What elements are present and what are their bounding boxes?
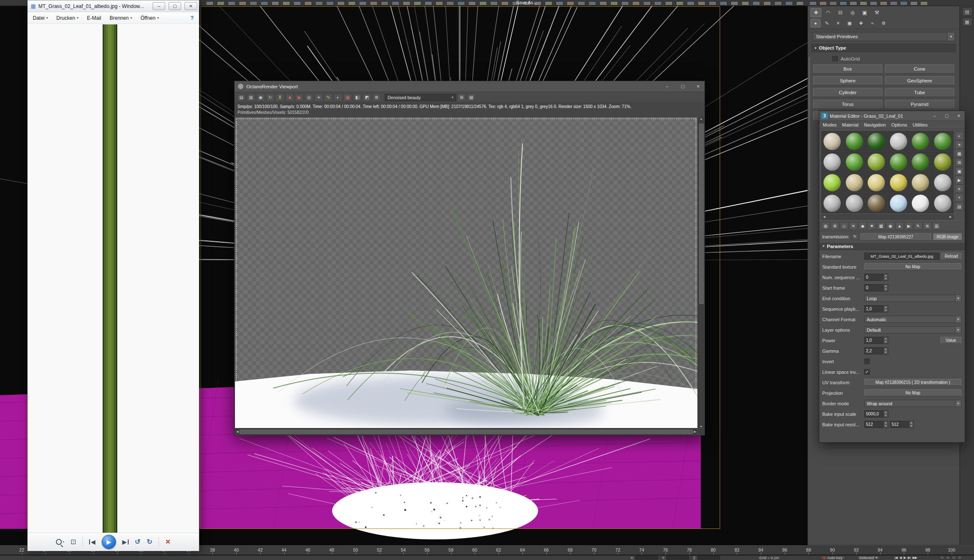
- frame-tick[interactable]: 76: [659, 547, 672, 552]
- value-button[interactable]: Value: [940, 337, 961, 344]
- maximize-button[interactable]: ▢: [942, 112, 952, 120]
- frame-tick[interactable]: 50: [349, 547, 362, 552]
- toolbar-icon[interactable]: [381, 1, 388, 5]
- toolbar-icon[interactable]: [890, 1, 897, 5]
- rgb-image-button[interactable]: RGB image: [933, 233, 962, 240]
- material-slot[interactable]: [910, 131, 932, 151]
- toolbar-icon[interactable]: [436, 1, 443, 5]
- sample-uv-tiling-icon[interactable]: ⊞: [955, 158, 963, 166]
- material-slot[interactable]: [910, 172, 932, 193]
- transmission-map-button[interactable]: Map #2138395227: [860, 233, 931, 240]
- frame-tick[interactable]: 52: [373, 547, 386, 552]
- toolbar-icon[interactable]: [457, 1, 465, 5]
- toolbar-icon[interactable]: [578, 1, 585, 5]
- material-slot[interactable]: [888, 131, 910, 151]
- scroll-right-icon[interactable]: ▶: [694, 430, 696, 433]
- show-end-result-icon[interactable]: ◉: [886, 222, 895, 230]
- render-mode-dropdown[interactable]: Denoised beauty ▼: [385, 94, 456, 101]
- frame-tick[interactable]: 68: [564, 547, 576, 552]
- toolbar-icon[interactable]: [348, 1, 356, 5]
- down-arrow-icon[interactable]: ▼: [884, 309, 888, 312]
- maximize-button[interactable]: ▢: [676, 82, 689, 91]
- viewport-layout-alt-icon[interactable]: ▦: [962, 18, 972, 26]
- toolbar-icon[interactable]: [920, 1, 928, 5]
- frame-tick[interactable]: 46: [301, 547, 314, 552]
- scroll-down-icon[interactable]: ▼: [700, 425, 703, 428]
- copy-image-icon[interactable]: ▥: [247, 94, 255, 101]
- up-arrow-icon[interactable]: ▲: [884, 274, 888, 277]
- material-slot[interactable]: [866, 172, 887, 193]
- save-image-icon[interactable]: ▤: [237, 94, 245, 101]
- material-slot[interactable]: [866, 152, 887, 172]
- up-arrow-icon[interactable]: ▲: [909, 421, 913, 425]
- object-button-pyramid[interactable]: Pyramid: [885, 100, 954, 109]
- toolbar-icon[interactable]: [632, 1, 640, 5]
- helpers-category[interactable]: ✚: [856, 19, 866, 27]
- toolbar-icon[interactable]: [446, 1, 454, 5]
- pick-focus-icon[interactable]: ✛: [314, 94, 323, 101]
- material-slot[interactable]: [910, 193, 932, 213]
- object-button-cone[interactable]: Cone: [885, 64, 954, 74]
- frame-tick[interactable]: 42: [254, 547, 267, 552]
- restart-render-icon[interactable]: ▶: [295, 94, 304, 101]
- selection-set-dropdown[interactable]: Selected ▾: [857, 555, 880, 560]
- get-material-icon[interactable]: ◍: [821, 222, 830, 230]
- options-icon[interactable]: ≡: [955, 185, 963, 193]
- axis-input[interactable]: [697, 556, 720, 560]
- down-arrow-icon[interactable]: ▼: [884, 277, 888, 281]
- go-to-parent-icon[interactable]: ▲: [895, 222, 904, 230]
- material-slot[interactable]: [932, 152, 954, 172]
- toolbar-icon[interactable]: [479, 1, 487, 5]
- frame-tick[interactable]: 80: [707, 547, 720, 552]
- toolbar-icon[interactable]: [228, 1, 235, 5]
- menu-ffnen[interactable]: Öffnen▾: [140, 15, 159, 21]
- stop-render-icon[interactable]: ■: [285, 94, 294, 101]
- parameters-rollout[interactable]: ▾ Parameters: [819, 242, 965, 250]
- pixel-info-icon[interactable]: ▧: [467, 94, 475, 101]
- sub-sampling-icon[interactable]: ◩: [363, 94, 371, 101]
- toolbar-icon[interactable]: [687, 1, 694, 5]
- toolbar-icon[interactable]: [501, 1, 509, 5]
- lights-category[interactable]: ☀: [833, 19, 843, 27]
- up-arrow-icon[interactable]: ▲: [884, 337, 888, 341]
- frame-tick[interactable]: 62: [492, 547, 505, 552]
- pick-white-balance-icon[interactable]: ◐: [334, 94, 342, 101]
- frame-tick[interactable]: 58: [445, 547, 457, 552]
- num-sequence-spinner[interactable]: 0▲▼: [864, 274, 888, 281]
- layer-options-dropdown[interactable]: Default▼: [864, 326, 961, 333]
- toolbar-icon[interactable]: [250, 1, 257, 5]
- scroll-left-icon[interactable]: ◀: [823, 215, 825, 219]
- frame-tick[interactable]: 44: [278, 547, 290, 552]
- maximize-button[interactable]: ▢: [169, 2, 181, 10]
- toolbar-icon[interactable]: [326, 1, 334, 5]
- shapes-category[interactable]: ✎: [822, 19, 832, 27]
- menu-options[interactable]: Options: [891, 122, 907, 127]
- play-button-icon[interactable]: ▶: [903, 556, 905, 560]
- material-slot[interactable]: [932, 131, 954, 151]
- refresh-render-icon[interactable]: ↻: [266, 94, 275, 101]
- toolbar-icon[interactable]: [567, 1, 574, 5]
- toolbar-icon[interactable]: [282, 1, 290, 5]
- up-arrow-icon[interactable]: ▲: [884, 285, 888, 288]
- assign-material-icon[interactable]: ◇: [840, 222, 848, 230]
- menu-navigation[interactable]: Navigation: [864, 122, 886, 127]
- toolbar-icon[interactable]: [731, 1, 738, 5]
- frame-tick[interactable]: 100: [945, 547, 958, 552]
- photo-viewer-title-bar[interactable]: ▦ MT_Grass_02_Leaf_01_albedo.jpg - Windo…: [28, 0, 199, 12]
- toolbar-icon[interactable]: [272, 1, 279, 5]
- region-render-icon[interactable]: ▦: [343, 94, 352, 101]
- scroll-up-icon[interactable]: ▲: [700, 117, 703, 120]
- scrollbar-thumb[interactable]: [240, 430, 692, 434]
- film-region-icon[interactable]: ◧: [353, 94, 362, 101]
- gamma-spinner[interactable]: 2,2▲▼: [864, 347, 888, 354]
- lock-view-icon[interactable]: ◉: [256, 94, 265, 101]
- toolbar-icon[interactable]: [206, 1, 214, 5]
- help-button[interactable]: ?: [190, 15, 194, 21]
- material-editor-title-bar[interactable]: 3 Material Editor - Grass_02_Leaf_01 – ▢…: [819, 111, 965, 121]
- go-to-start-icon[interactable]: |◀: [895, 556, 897, 560]
- standard-texture-button[interactable]: No Map: [864, 263, 961, 270]
- toolbar-icon[interactable]: [589, 1, 596, 5]
- power-spinner[interactable]: 1,0▲▼: [864, 337, 888, 344]
- frame-tick[interactable]: 64: [516, 547, 529, 552]
- zoom-button[interactable]: ▾: [56, 539, 64, 545]
